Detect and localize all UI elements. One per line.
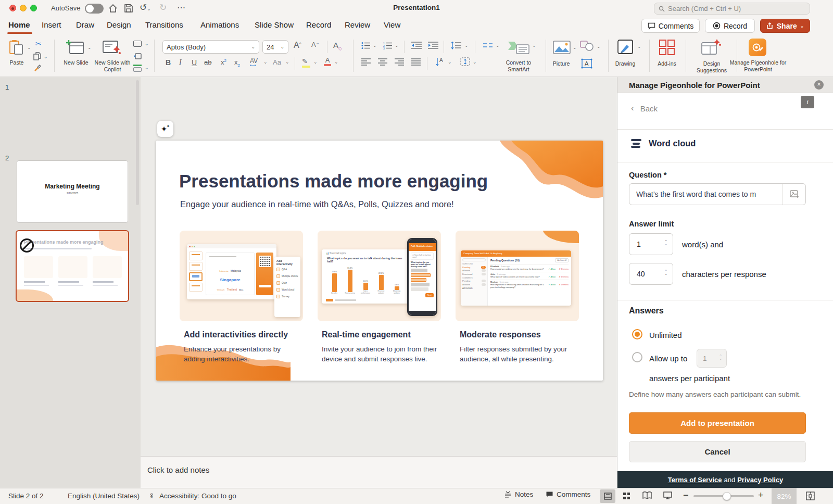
convert-smartart-chevron[interactable]: ⌄ (532, 43, 536, 48)
change-case-chevron[interactable]: ⌄ (285, 59, 289, 65)
text-direction-icon[interactable]: A (435, 57, 445, 66)
zoom-in-button[interactable]: + (758, 490, 764, 501)
comments-toggle-button[interactable]: Comments (546, 490, 590, 498)
align-left-icon[interactable] (361, 58, 371, 66)
justify-icon[interactable] (411, 58, 421, 66)
language-indicator[interactable]: English (United States) (68, 492, 140, 500)
designer-sparkle-button[interactable]: ✦✦ (157, 121, 173, 137)
thumbnail-scrollbar[interactable] (136, 80, 139, 205)
columns-chevron[interactable]: ⌄ (496, 43, 500, 48)
line-spacing-icon[interactable] (451, 42, 461, 49)
align-text-vertical-icon[interactable] (460, 57, 470, 66)
shrink-font-icon[interactable]: A⌄ (311, 41, 319, 48)
zoom-window-button[interactable] (30, 5, 37, 11)
autosave-toggle[interactable] (85, 4, 104, 14)
redo-icon[interactable]: ↻ (159, 2, 167, 13)
decrease-indent-icon[interactable] (411, 42, 422, 49)
terms-of-service-link[interactable]: Terms of Service (668, 476, 722, 484)
font-color-icon[interactable]: A (324, 56, 331, 66)
comments-button[interactable]: Comments (641, 19, 700, 33)
zoom-out-button[interactable]: − (683, 490, 689, 501)
shapes-chevron[interactable]: ⌄ (597, 44, 601, 49)
addins-icon[interactable] (658, 39, 676, 56)
new-slide-copilot-icon[interactable] (102, 40, 122, 55)
new-slide-dropdown-chevron[interactable]: ⌄ (87, 45, 92, 50)
home-icon[interactable] (108, 4, 118, 13)
tab-transitions[interactable]: Transitions (145, 20, 183, 29)
columns-icon[interactable] (483, 43, 493, 48)
notes-area[interactable]: Click to add notes (141, 456, 617, 488)
superscript-button[interactable]: x2 (221, 58, 226, 66)
grow-font-icon[interactable]: A^ (294, 41, 301, 50)
picture-label[interactable]: Picture (548, 60, 575, 67)
format-painter-icon[interactable] (33, 64, 42, 72)
copy-dropdown-chevron[interactable]: ⌄ (44, 54, 48, 59)
paste-label[interactable]: Paste (4, 59, 29, 66)
font-name-select[interactable]: Aptos (Body)⌄ (162, 40, 259, 54)
highlight-color-icon[interactable]: ✎ (302, 56, 310, 68)
info-icon[interactable]: i (801, 96, 814, 108)
slide-sorter-view-icon[interactable] (623, 492, 630, 501)
convert-smartart-label[interactable]: Convert to SmartArt (496, 59, 541, 73)
picture-chevron[interactable]: ⌄ (573, 45, 577, 50)
change-case-icon[interactable]: Aa (273, 58, 281, 66)
text-box-icon[interactable]: A (581, 58, 592, 69)
char-limit-stepper[interactable]: ⌃⌄ (664, 270, 667, 275)
slide2-thumbnail[interactable]: Presentations made more engaging (16, 230, 129, 302)
word-limit-field[interactable]: 1 ⌃⌄ (629, 233, 673, 255)
bullets-chevron[interactable]: ⌄ (373, 43, 377, 48)
increase-indent-icon[interactable] (428, 42, 438, 49)
clear-formatting-icon[interactable]: A◇ (333, 41, 342, 51)
tab-design[interactable]: Design (107, 20, 131, 29)
search-input[interactable]: Search (Cmd + Ctrl + U) (654, 3, 810, 15)
zoom-slider-track[interactable] (693, 495, 754, 497)
tab-insert[interactable]: Insert (42, 20, 61, 29)
manage-pigeonhole-label[interactable]: Manage Pigeonhole for PowerPoint (728, 59, 788, 73)
section-dropdown-chevron[interactable]: ⌄ (145, 65, 149, 70)
shapes-icon[interactable] (580, 41, 594, 51)
font-size-select[interactable]: 24⌄ (262, 40, 288, 54)
convert-smartart-icon[interactable] (507, 40, 530, 55)
paste-dropdown-chevron[interactable]: ⌄ (27, 45, 31, 50)
subscript-button[interactable]: x2 (234, 58, 240, 68)
bold-button[interactable]: B (166, 58, 171, 67)
tab-review[interactable]: Review (345, 20, 370, 29)
zoom-slider-knob[interactable] (723, 492, 731, 500)
slide1-thumbnail[interactable]: Marketing Meeting 2/10/2025 (17, 160, 128, 223)
addins-label[interactable]: Add-ins (650, 60, 684, 67)
undo-icon[interactable]: ↺⌄ (140, 2, 151, 13)
line-spacing-chevron[interactable]: ⌄ (464, 43, 469, 48)
slideshow-view-icon[interactable] (663, 492, 672, 501)
layout-dropdown-chevron[interactable]: ⌄ (145, 41, 149, 46)
reset-slide-icon[interactable] (133, 52, 142, 59)
share-button[interactable]: Share⌄ (760, 19, 810, 33)
tab-slideshow[interactable]: Slide Show (255, 20, 294, 29)
minimize-window-button[interactable] (20, 5, 27, 11)
character-spacing-chevron[interactable]: ⌄ (263, 59, 268, 65)
panel-close-icon[interactable]: × (814, 80, 824, 90)
numbering-chevron[interactable]: ⌄ (395, 43, 399, 48)
cancel-button[interactable]: Cancel (629, 441, 806, 462)
align-text-vertical-chevron[interactable]: ⌄ (473, 59, 477, 65)
tab-draw[interactable]: Draw (76, 20, 94, 29)
more-commands-icon[interactable]: ⋯ (177, 3, 185, 12)
tab-home[interactable]: Home (8, 20, 30, 29)
word-limit-stepper[interactable]: ⌃⌄ (664, 240, 667, 245)
allow-up-to-radio[interactable] (632, 352, 642, 362)
unlimited-radio[interactable] (632, 329, 642, 339)
tab-view[interactable]: View (384, 20, 400, 29)
section-button[interactable] (133, 65, 142, 72)
layout-button[interactable] (133, 41, 142, 47)
close-window-button[interactable] (9, 5, 16, 11)
char-limit-field[interactable]: 40 ⌃⌄ (629, 263, 673, 285)
numbering-icon[interactable]: 123 (383, 42, 393, 49)
save-icon[interactable] (124, 4, 133, 13)
allow-count-field[interactable]: 1 ⌃⌄ (697, 349, 727, 368)
slide[interactable]: Presentations made more engaging Engage … (156, 141, 603, 381)
notes-toggle-button[interactable]: Notes (504, 490, 533, 498)
highlight-color-chevron[interactable]: ⌄ (313, 59, 318, 65)
new-slide-label[interactable]: New Slide (61, 59, 91, 66)
normal-view-button[interactable] (600, 489, 615, 503)
add-to-presentation-button[interactable]: Add to presentation (629, 412, 806, 434)
add-image-button[interactable] (782, 184, 805, 205)
